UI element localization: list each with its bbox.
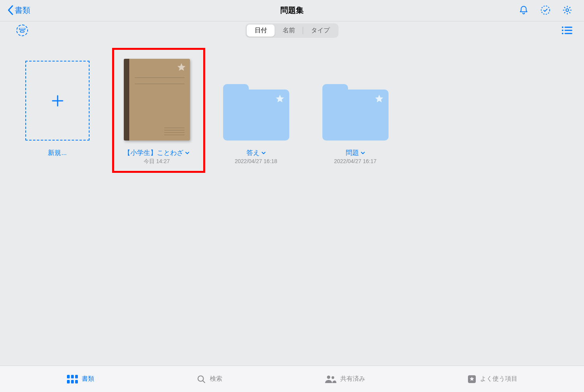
item-title: 答え <box>246 148 260 157</box>
folder-thumb <box>322 84 389 141</box>
item-subtitle: 2022/04/27 16:17 <box>334 158 376 164</box>
sort-seg-2[interactable]: タイプ <box>303 25 338 37</box>
svg-point-17 <box>327 375 330 378</box>
header-actions <box>519 5 572 15</box>
svg-rect-12 <box>75 375 78 378</box>
sort-seg-1[interactable]: 名前 <box>275 25 303 37</box>
notebook-item[interactable]: 【小学生】ことわざ今日 14:27 <box>121 55 193 165</box>
tab-label: よく使う項目 <box>480 375 517 383</box>
back-button[interactable]: 書類 <box>7 5 30 16</box>
list-icon <box>561 26 572 35</box>
new-item[interactable]: 新規... . <box>21 55 93 164</box>
gear-icon[interactable] <box>562 5 572 15</box>
filter-icon <box>19 28 25 33</box>
new-item-label: 新規... <box>48 148 67 157</box>
svg-rect-15 <box>75 380 78 383</box>
svg-rect-14 <box>71 380 74 383</box>
star-icon <box>274 93 285 104</box>
item-subtitle: 2022/04/27 16:18 <box>235 158 277 164</box>
sort-segmented: 日付名前タイプ <box>246 23 339 38</box>
folder-item[interactable]: 答え2022/04/27 16:18 <box>220 55 292 164</box>
header: 書類 問題集 <box>0 0 584 21</box>
star-icon <box>176 62 187 73</box>
bookmark-icon <box>468 375 476 383</box>
chevron-down-icon <box>261 151 266 155</box>
search-icon <box>197 374 206 384</box>
tab-people[interactable]: 共有済み <box>325 375 365 383</box>
svg-point-8 <box>562 33 563 34</box>
item-title-row[interactable]: 【小学生】ことわざ <box>124 148 190 157</box>
sort-seg-0[interactable]: 日付 <box>247 25 275 37</box>
document-grid: 新規... . 【小学生】ことわざ今日 14:27答え2022/04/27 16… <box>0 39 584 366</box>
people-icon <box>325 375 336 383</box>
folder-item[interactable]: 問題2022/04/27 16:17 <box>319 55 391 164</box>
tab-label: 書類 <box>82 375 94 383</box>
toolbar: 日付名前タイプ <box>0 21 584 39</box>
tab-label: 共有済み <box>340 375 365 383</box>
svg-rect-7 <box>565 30 572 31</box>
svg-point-6 <box>562 30 563 31</box>
list-view-toggle[interactable] <box>561 26 572 35</box>
svg-rect-3 <box>20 31 24 32</box>
tab-search[interactable]: 検索 <box>197 374 222 384</box>
svg-point-1 <box>566 9 569 12</box>
svg-rect-11 <box>71 375 74 378</box>
item-title: 【小学生】ことわざ <box>124 148 183 157</box>
bell-icon[interactable] <box>519 5 529 15</box>
new-item-rect <box>25 61 90 141</box>
chevron-down-icon <box>185 151 190 155</box>
back-label: 書類 <box>15 5 30 16</box>
tab-bookmark[interactable]: よく使う項目 <box>468 375 517 383</box>
item-title: 問題 <box>346 148 359 157</box>
svg-rect-5 <box>565 27 572 28</box>
page-title: 問題集 <box>280 5 304 16</box>
tab-label: 検索 <box>210 375 222 383</box>
chevron-left-icon <box>7 5 14 16</box>
check-circle-icon[interactable] <box>540 5 551 15</box>
chevron-down-icon <box>361 151 365 155</box>
folder-thumb <box>223 84 289 141</box>
item-subtitle: 今日 14:27 <box>144 158 170 165</box>
star-icon <box>374 93 385 104</box>
item-title-row[interactable]: 答え <box>246 148 266 157</box>
svg-rect-9 <box>565 33 572 34</box>
tabbar: 書類検索共有済みよく使う項目 <box>0 366 584 392</box>
grid-icon <box>67 375 78 383</box>
notebook-thumb <box>124 59 190 141</box>
item-title-row[interactable]: 問題 <box>346 148 365 157</box>
svg-point-4 <box>562 26 563 28</box>
svg-point-0 <box>541 6 550 14</box>
svg-rect-2 <box>19 28 25 30</box>
svg-rect-10 <box>67 375 70 378</box>
svg-point-18 <box>331 376 334 379</box>
svg-rect-13 <box>67 380 70 383</box>
plus-icon <box>51 94 64 107</box>
filter-button[interactable] <box>16 25 28 36</box>
tab-grid[interactable]: 書類 <box>67 375 94 383</box>
